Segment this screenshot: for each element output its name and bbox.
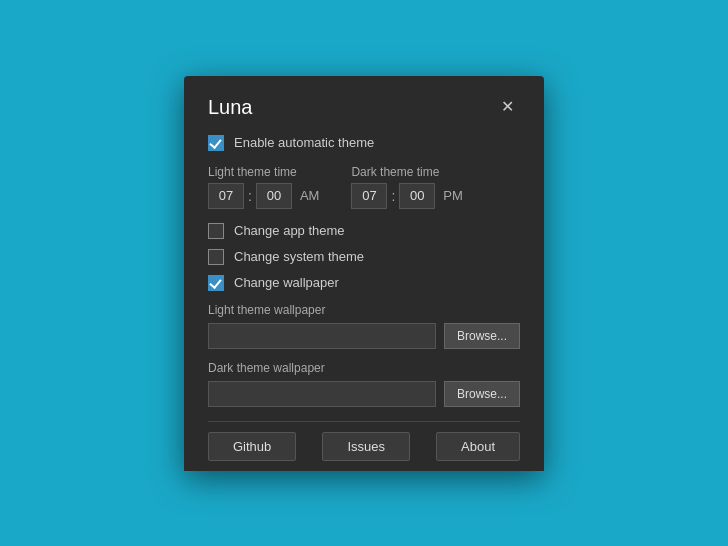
dark-hour-input[interactable] (351, 183, 387, 209)
light-wallpaper-section: Light theme wallpaper Browse... (208, 303, 520, 349)
close-button[interactable]: ✕ (495, 97, 520, 117)
enable-auto-theme-section: Enable automatic theme (208, 135, 520, 151)
title-bar: Luna ✕ (208, 96, 520, 119)
light-time-inputs: : AM (208, 183, 319, 209)
light-browse-button[interactable]: Browse... (444, 323, 520, 349)
change-wallpaper-label: Change wallpaper (234, 275, 339, 290)
change-wallpaper-checkbox[interactable] (208, 275, 224, 291)
time-row: Light theme time : AM Dark theme time : … (208, 165, 520, 209)
dark-browse-button[interactable]: Browse... (444, 381, 520, 407)
change-app-theme-label: Change app theme (234, 223, 345, 238)
dark-wallpaper-input[interactable] (208, 381, 436, 407)
enable-auto-theme-label: Enable automatic theme (234, 135, 374, 150)
dark-wallpaper-section: Dark theme wallpaper Browse... (208, 361, 520, 407)
light-time-separator: : (248, 188, 252, 204)
dark-time-label: Dark theme time (351, 165, 462, 179)
change-app-theme-row[interactable]: Change app theme (208, 223, 520, 239)
change-wallpaper-row[interactable]: Change wallpaper (208, 275, 520, 291)
time-section: Light theme time : AM Dark theme time : … (208, 165, 520, 209)
enable-auto-theme-checkbox[interactable] (208, 135, 224, 151)
light-wallpaper-row: Browse... (208, 323, 520, 349)
issues-button[interactable]: Issues (322, 432, 410, 461)
github-button[interactable]: Github (208, 432, 296, 461)
dialog-title: Luna (208, 96, 253, 119)
light-wallpaper-label: Light theme wallpaper (208, 303, 520, 317)
change-system-theme-label: Change system theme (234, 249, 364, 264)
dark-time-separator: : (391, 188, 395, 204)
checkboxes-section: Change app theme Change system theme Cha… (208, 223, 520, 291)
dark-ampm-label: PM (443, 188, 463, 203)
enable-auto-theme-row[interactable]: Enable automatic theme (208, 135, 520, 151)
dark-wallpaper-label: Dark theme wallpaper (208, 361, 520, 375)
light-minute-input[interactable] (256, 183, 292, 209)
change-system-theme-row[interactable]: Change system theme (208, 249, 520, 265)
main-dialog: Luna ✕ Enable automatic theme Light them… (184, 76, 544, 471)
light-time-label: Light theme time (208, 165, 319, 179)
footer: Github Issues About (184, 422, 544, 471)
dark-time-inputs: : PM (351, 183, 462, 209)
change-system-theme-checkbox[interactable] (208, 249, 224, 265)
about-button[interactable]: About (436, 432, 520, 461)
dark-minute-input[interactable] (399, 183, 435, 209)
light-time-group: Light theme time : AM (208, 165, 319, 209)
light-wallpaper-input[interactable] (208, 323, 436, 349)
light-ampm-label: AM (300, 188, 320, 203)
light-hour-input[interactable] (208, 183, 244, 209)
change-app-theme-checkbox[interactable] (208, 223, 224, 239)
dark-wallpaper-row: Browse... (208, 381, 520, 407)
dark-time-group: Dark theme time : PM (351, 165, 462, 209)
